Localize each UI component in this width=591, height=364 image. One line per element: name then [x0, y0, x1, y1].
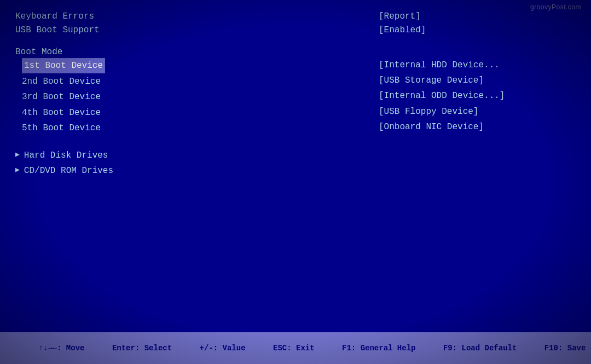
f9-desc: : Load Default: [453, 344, 517, 353]
boot-devices-block: 1st Boot Device 2nd Boot Device 3rd Boot…: [15, 58, 576, 136]
top-values: [Report] [Enabled]: [379, 10, 576, 37]
f1-key: F1: [342, 344, 351, 353]
boot-device-5th-value: [Onboard NIC Device]: [379, 120, 576, 134]
boot-device-4th-value: [USB Floppy Device]: [379, 105, 576, 119]
enter-desc: : Select: [135, 344, 172, 353]
boot-device-3rd-value: [Internal ODD Device...]: [379, 89, 576, 103]
cd-dvd-drives[interactable]: ▶ CD/DVD ROM Drives: [15, 163, 576, 178]
watermark: groovyPost.com: [530, 3, 581, 11]
boot-device-2nd[interactable]: 2nd Boot Device: [15, 74, 105, 89]
f10-key: F10: [544, 344, 558, 353]
status-value: +/-: Value: [172, 330, 245, 364]
main-content: groovyPost.com Keyboard Errors USB Boot …: [0, 0, 591, 332]
drives-block: ▶ Hard Disk Drives ▶ CD/DVD ROM Drives: [15, 148, 576, 178]
move-desc: : Move: [57, 344, 84, 353]
usb-boot-value[interactable]: [Enabled]: [379, 24, 576, 37]
f1-desc: : General Help: [351, 344, 416, 353]
hdd-arrow-icon: ▶: [15, 149, 20, 161]
usb-boot-label[interactable]: USB Boot Support: [15, 24, 100, 37]
value-key: +/-: [200, 344, 213, 353]
enter-key: Enter: [112, 344, 135, 353]
boot-devices-left: 1st Boot Device 2nd Boot Device 3rd Boot…: [15, 58, 105, 136]
status-f9: F9: Load Default: [415, 330, 517, 364]
status-move: ↑↓→←: Move: [11, 330, 84, 364]
boot-device-5th[interactable]: 5th Boot Device: [15, 121, 105, 135]
boot-device-1st-value: [Internal HDD Device...: [379, 58, 576, 72]
boot-device-1st[interactable]: 1st Boot Device: [15, 58, 105, 73]
f9-key: F9: [443, 344, 453, 353]
bios-screen: groovyPost.com Keyboard Errors USB Boot …: [0, 0, 591, 364]
boot-devices-right: [Internal HDD Device... [USB Storage Dev…: [379, 58, 576, 136]
status-f10: F10: Save and Reset: [517, 330, 591, 364]
status-esc: ESC: Exit: [246, 330, 315, 364]
top-labels: Keyboard Errors USB Boot Support: [15, 10, 100, 37]
boot-device-2nd-value: [USB Storage Device]: [379, 73, 576, 88]
status-enter: Enter: Select: [84, 330, 172, 364]
value-desc: : Value: [213, 344, 246, 353]
keyboard-errors-label[interactable]: Keyboard Errors: [15, 10, 100, 24]
f10-desc: : Save and Reset: [558, 344, 591, 353]
status-f1: F1: General Help: [315, 330, 416, 364]
esc-desc: : Exit: [287, 344, 314, 353]
boot-device-3rd[interactable]: 3rd Boot Device: [15, 90, 105, 104]
boot-mode-label[interactable]: Boot Mode: [15, 47, 576, 57]
esc-key: ESC: [273, 344, 287, 353]
top-settings-row: Keyboard Errors USB Boot Support [Report…: [15, 10, 576, 37]
status-bar: ↑↓→←: Move Enter: Select +/-: Value ESC:…: [0, 332, 591, 364]
hard-disk-drives[interactable]: ▶ Hard Disk Drives: [15, 148, 576, 163]
keyboard-errors-value[interactable]: [Report]: [379, 10, 576, 24]
boot-device-4th[interactable]: 4th Boot Device: [15, 106, 105, 120]
boot-section: Boot Mode 1st Boot Device 2nd Boot Devic…: [15, 47, 576, 136]
cdvd-arrow-icon: ▶: [15, 164, 20, 177]
move-key: ↑↓→←: [38, 344, 57, 353]
